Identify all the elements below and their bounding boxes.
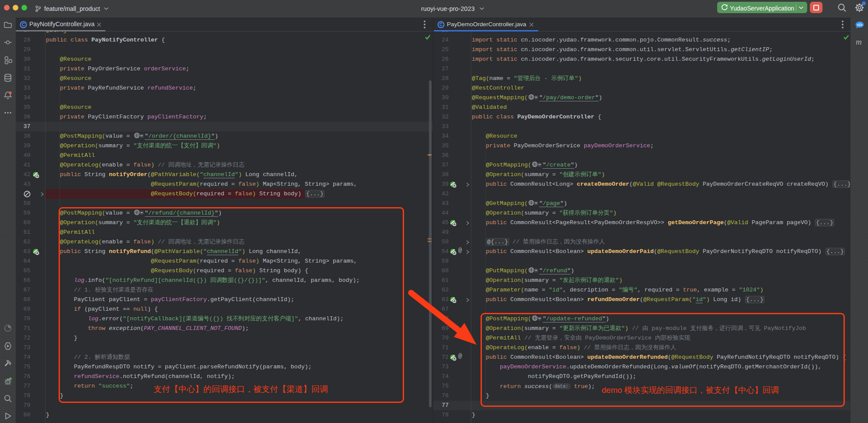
svg-text:</>: </> [857,23,862,27]
svg-text:C: C [22,22,25,27]
svg-text:C: C [439,22,443,27]
